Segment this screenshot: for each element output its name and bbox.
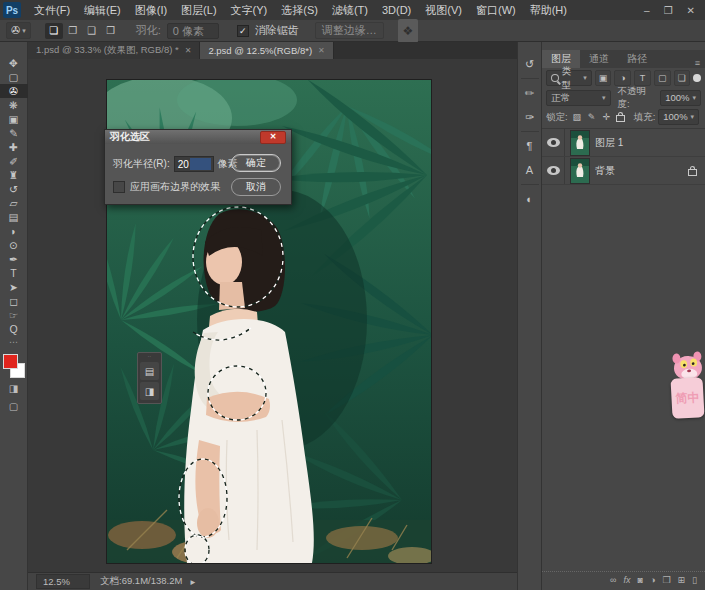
blur-tool[interactable]: ◗ <box>0 224 28 238</box>
close-button[interactable]: ✕ <box>687 5 695 16</box>
clone-source-panel-icon[interactable]: ✑ <box>518 105 542 129</box>
doc-tab-2[interactable]: 2.psd @ 12.5%(RGB/8*) ✕ <box>200 42 333 59</box>
adjustments-panel-icon[interactable]: ◐ <box>518 187 542 211</box>
shape-tool[interactable]: ◻ <box>0 294 28 308</box>
blend-mode-dropdown[interactable]: 正常 ▾ <box>546 90 611 106</box>
menu-select[interactable]: 选择(S) <box>274 0 325 20</box>
antialias-checkbox[interactable]: ✓ <box>237 25 249 37</box>
marquee-tool[interactable]: ▢ <box>0 70 28 84</box>
menu-layer[interactable]: 图层(L) <box>174 0 223 20</box>
lock-transparency-icon[interactable]: ▨ <box>571 112 583 122</box>
subtract-selection-button[interactable]: ❑ <box>83 23 101 39</box>
filter-smart-objects-icon[interactable]: ❏ <box>674 70 691 86</box>
mini-toolbar-grip[interactable]: ∙∙ <box>148 353 151 360</box>
menu-help[interactable]: 帮助(H) <box>523 0 574 20</box>
close-icon[interactable]: ✕ <box>185 46 192 55</box>
menu-3d[interactable]: 3D(D) <box>375 0 418 20</box>
refine-edge-button[interactable]: 调整边缘… <box>315 22 384 39</box>
brush-panel-icon[interactable]: ✏ <box>518 81 542 105</box>
layer-name: 背景 <box>595 164 615 178</box>
clone-stamp-tool[interactable]: ♜ <box>0 168 28 182</box>
tab-channels[interactable]: 通道 <box>580 50 618 68</box>
quick-selection-tool[interactable]: ❋ <box>0 98 28 112</box>
filter-pixel-layers-icon[interactable]: ▣ <box>595 70 612 86</box>
layer-thumbnail[interactable] <box>571 159 589 183</box>
pen-tool[interactable]: ✒ <box>0 252 28 266</box>
screen-mode-button[interactable]: ▢ <box>9 400 18 414</box>
move-tool[interactable]: ✥ <box>0 56 28 70</box>
dialog-title-bar[interactable]: 羽化选区 ✕ <box>105 130 291 144</box>
status-menu-arrow-icon[interactable]: ▸ <box>190 576 195 587</box>
new-layer-icon[interactable]: ⊞ <box>678 575 686 585</box>
ok-button[interactable]: 确定 <box>231 154 281 172</box>
fill-dropdown[interactable]: 100% ▾ <box>658 109 699 125</box>
menu-file[interactable]: 文件(F) <box>27 0 77 20</box>
filter-kind-label: 类型 <box>562 64 580 92</box>
visibility-cell[interactable] <box>542 129 565 156</box>
layer-row-layer1[interactable]: 图层 1 <box>542 129 705 157</box>
quick-mask-button[interactable]: ◨ <box>9 382 18 396</box>
doc-tab-1[interactable]: 1.psd @ 33.3% (效果图, RGB/8) * ✕ <box>28 42 200 59</box>
path-selection-tool[interactable]: ➤ <box>0 280 28 294</box>
adjustment-layer-icon[interactable]: ◑ <box>650 575 655 585</box>
feather-radius-input[interactable]: 20 <box>174 156 214 172</box>
menu-view[interactable]: 视图(V) <box>418 0 469 20</box>
crop-tool[interactable]: ▣ <box>0 112 28 126</box>
eyedropper-tool[interactable]: ✎ <box>0 126 28 140</box>
menu-window[interactable]: 窗口(W) <box>469 0 523 20</box>
filter-shape-layers-icon[interactable]: ▢ <box>654 70 671 86</box>
new-selection-button[interactable]: ❏ <box>45 23 63 39</box>
menu-filter[interactable]: 滤镜(T) <box>325 0 375 20</box>
panel-menu-icon[interactable]: ≡ <box>695 58 705 68</box>
type-tool[interactable]: T <box>0 266 28 280</box>
add-selection-button[interactable]: ❐ <box>64 23 82 39</box>
layer-thumbnail[interactable] <box>571 131 589 155</box>
layer-style-icon[interactable]: fx <box>624 575 631 585</box>
eraser-tool[interactable]: ▱ <box>0 196 28 210</box>
maximize-button[interactable]: ❐ <box>664 5 673 16</box>
dialog-close-button[interactable]: ✕ <box>260 131 286 144</box>
menu-type[interactable]: 文字(Y) <box>224 0 275 20</box>
filter-toggle[interactable] <box>693 74 701 82</box>
zoom-tool[interactable]: Q <box>0 322 28 336</box>
visibility-cell[interactable] <box>542 157 565 184</box>
filter-adjustment-layers-icon[interactable]: ◑ <box>614 70 631 86</box>
edit-toolbar-ellipsis[interactable]: ⋯ <box>9 336 18 348</box>
lock-pixels-icon[interactable]: ✎ <box>586 112 598 122</box>
layer-row-background[interactable]: 背景 <box>542 157 705 185</box>
tab-paths[interactable]: 路径 <box>618 50 656 68</box>
lasso-tool[interactable]: ✇ <box>0 84 28 98</box>
menu-edit[interactable]: 编辑(E) <box>77 0 128 20</box>
brush-tool[interactable]: ✐ <box>0 154 28 168</box>
lock-position-icon[interactable]: ✛ <box>601 112 613 122</box>
cancel-button[interactable]: 取消 <box>231 178 281 196</box>
intersect-selection-button[interactable]: ❒ <box>102 23 120 39</box>
tool-preset-picker[interactable]: ✇ ▾ <box>6 22 31 39</box>
mini-toolbar-top-button[interactable]: ▤ <box>140 362 159 380</box>
paragraph-panel-icon[interactable]: ¶ <box>518 134 542 158</box>
layer-group-icon[interactable]: ❒ <box>662 575 670 585</box>
gradient-tool[interactable]: ▤ <box>0 210 28 224</box>
link-layers-icon[interactable]: ∞ <box>610 575 616 585</box>
delete-layer-icon[interactable]: ▯ <box>692 575 697 585</box>
filter-type-layers-icon[interactable]: T <box>634 70 651 86</box>
filter-kind-dropdown[interactable]: 类型 ▾ <box>546 70 592 86</box>
history-panel-icon[interactable]: ↺ <box>518 52 542 76</box>
canvas-bounds-checkbox[interactable] <box>113 181 125 193</box>
hand-tool[interactable]: ☞ <box>0 308 28 322</box>
feather-input[interactable]: 0 像素 <box>167 23 219 39</box>
dock-separator <box>521 184 539 185</box>
dodge-tool[interactable]: ⊙ <box>0 238 28 252</box>
lock-all-icon[interactable] <box>616 115 625 122</box>
character-styles-panel-icon[interactable]: A <box>518 158 542 182</box>
zoom-level-field[interactable]: 12.5% <box>36 574 90 589</box>
healing-brush-tool[interactable]: ✚ <box>0 140 28 154</box>
foreground-color-swatch[interactable] <box>3 354 18 369</box>
menu-image[interactable]: 图像(I) <box>128 0 174 20</box>
opacity-dropdown[interactable]: 100% ▾ <box>660 90 701 106</box>
history-brush-tool[interactable]: ↺ <box>0 182 28 196</box>
layer-mask-icon[interactable]: ◙ <box>638 575 643 585</box>
minimize-button[interactable]: – <box>644 5 650 16</box>
mini-toolbar-bottom-button[interactable]: ◨ <box>140 382 159 400</box>
close-icon[interactable]: ✕ <box>318 46 325 55</box>
